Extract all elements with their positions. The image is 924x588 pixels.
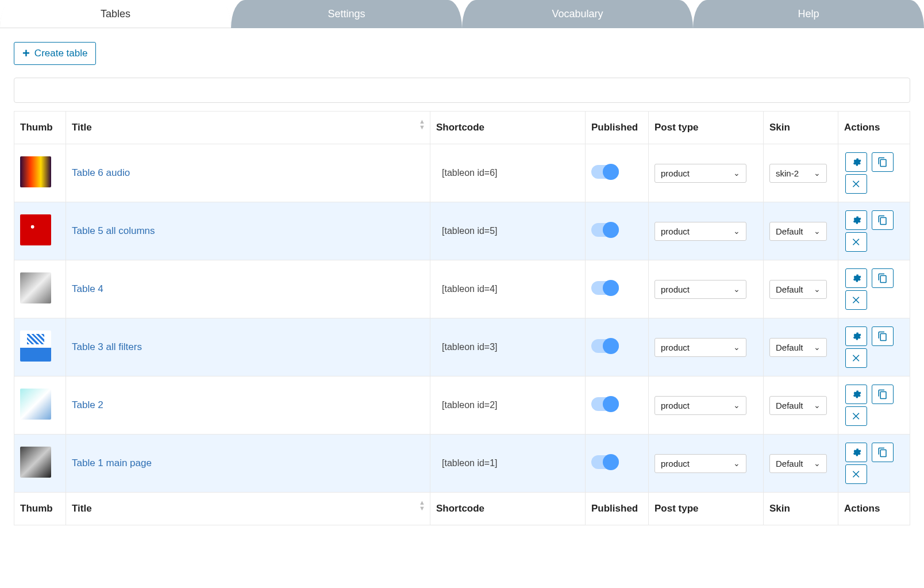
skin-select[interactable]: Default ⌄ xyxy=(769,222,827,241)
tab-tables[interactable]: Tables xyxy=(0,0,231,28)
copy-icon xyxy=(877,157,888,167)
col-post-type-foot[interactable]: Post type xyxy=(649,493,764,525)
published-toggle[interactable] xyxy=(591,165,619,179)
copy-icon xyxy=(877,389,888,399)
col-title[interactable]: Title ▲▼ xyxy=(66,112,430,144)
delete-button[interactable] xyxy=(845,464,867,484)
tab-bar: Tables Settings Vocabulary Help xyxy=(0,0,924,28)
skin-value: Default xyxy=(776,285,803,294)
gear-icon xyxy=(851,389,861,399)
published-toggle[interactable] xyxy=(591,455,619,469)
col-shortcode[interactable]: Shortcode xyxy=(430,112,586,144)
skin-select[interactable]: Default ⌄ xyxy=(769,338,827,357)
col-actions-foot[interactable]: Actions xyxy=(838,493,910,525)
thumbnail[interactable] xyxy=(20,214,51,245)
post-type-select[interactable]: product ⌄ xyxy=(654,280,746,299)
post-type-value: product xyxy=(661,459,690,468)
post-type-select[interactable]: product ⌄ xyxy=(654,454,746,473)
post-type-select[interactable]: product ⌄ xyxy=(654,338,746,357)
tab-help[interactable]: Help xyxy=(693,0,924,28)
tab-vocabulary[interactable]: Vocabulary xyxy=(462,0,693,28)
thumbnail[interactable] xyxy=(20,272,51,303)
settings-button[interactable] xyxy=(845,326,867,346)
settings-button[interactable] xyxy=(845,385,867,404)
table-header-row: Thumb Title ▲▼ Shortcode Published Post … xyxy=(14,112,910,144)
col-title-foot[interactable]: Title ▲▼ xyxy=(66,493,430,525)
col-thumb-foot[interactable]: Thumb xyxy=(14,493,66,525)
delete-button[interactable] xyxy=(845,232,867,252)
skin-value: Default xyxy=(776,226,803,236)
skin-select[interactable]: Default ⌄ xyxy=(769,396,827,415)
thumbnail[interactable] xyxy=(20,447,51,478)
title-link[interactable]: Table 1 main page xyxy=(72,458,152,468)
col-post-type[interactable]: Post type xyxy=(649,112,764,144)
thumbnail[interactable] xyxy=(20,156,51,187)
settings-button[interactable] xyxy=(845,443,867,462)
clone-button[interactable] xyxy=(872,210,894,230)
toggle-knob xyxy=(603,222,619,238)
delete-button[interactable] xyxy=(845,174,867,194)
clone-button[interactable] xyxy=(872,385,894,404)
col-skin-foot[interactable]: Skin xyxy=(764,493,838,525)
published-toggle[interactable] xyxy=(591,281,619,295)
gear-icon xyxy=(851,273,861,283)
post-type-select[interactable]: product ⌄ xyxy=(654,396,746,415)
delete-button[interactable] xyxy=(845,348,867,368)
shortcode-text[interactable]: [tableon id=6] xyxy=(430,144,586,202)
col-shortcode-foot[interactable]: Shortcode xyxy=(430,493,586,525)
shortcode-text[interactable]: [tableon id=1] xyxy=(430,435,586,493)
sort-icon: ▲▼ xyxy=(419,118,425,130)
published-toggle[interactable] xyxy=(591,339,619,353)
thumbnail[interactable] xyxy=(20,330,51,362)
settings-button[interactable] xyxy=(845,210,867,230)
delete-button[interactable] xyxy=(845,406,867,426)
published-toggle[interactable] xyxy=(591,397,619,411)
table-row: Table 6 audio [tableon id=6] product ⌄ s… xyxy=(14,144,910,202)
table-row: Table 2 [tableon id=2] product ⌄ Default… xyxy=(14,376,910,435)
create-table-label: Create table xyxy=(34,48,88,59)
clone-button[interactable] xyxy=(872,443,894,462)
clone-button[interactable] xyxy=(872,152,894,172)
skin-select[interactable]: Default ⌄ xyxy=(769,454,827,473)
copy-icon xyxy=(877,273,888,283)
chevron-down-icon: ⌄ xyxy=(814,168,821,178)
plus-icon: + xyxy=(22,47,30,60)
published-toggle[interactable] xyxy=(591,223,619,237)
post-type-select[interactable]: product ⌄ xyxy=(654,222,746,241)
gear-icon xyxy=(851,157,861,167)
tab-settings[interactable]: Settings xyxy=(231,0,462,28)
shortcode-text[interactable]: [tableon id=4] xyxy=(430,260,586,318)
title-link[interactable]: Table 2 xyxy=(72,399,103,410)
col-published[interactable]: Published xyxy=(586,112,649,144)
shortcode-text[interactable]: [tableon id=5] xyxy=(430,202,586,260)
skin-select[interactable]: Default ⌄ xyxy=(769,280,827,299)
post-type-select[interactable]: product ⌄ xyxy=(654,164,746,183)
delete-button[interactable] xyxy=(845,290,867,310)
col-thumb[interactable]: Thumb xyxy=(14,112,66,144)
settings-button[interactable] xyxy=(845,152,867,172)
toggle-knob xyxy=(603,454,619,470)
thumbnail[interactable] xyxy=(20,389,51,420)
post-type-value: product xyxy=(661,343,690,352)
create-table-button[interactable]: + Create table xyxy=(14,42,96,65)
title-link[interactable]: Table 4 xyxy=(72,283,103,294)
copy-icon xyxy=(877,447,888,458)
col-actions[interactable]: Actions xyxy=(838,112,910,144)
clone-button[interactable] xyxy=(872,268,894,288)
copy-icon xyxy=(877,331,888,341)
search-input[interactable] xyxy=(14,78,910,103)
shortcode-text[interactable]: [tableon id=3] xyxy=(430,318,586,376)
title-link[interactable]: Table 5 all columns xyxy=(72,225,155,236)
clone-button[interactable] xyxy=(872,326,894,346)
toggle-knob xyxy=(603,338,619,354)
title-link[interactable]: Table 3 all filters xyxy=(72,341,142,352)
shortcode-text[interactable]: [tableon id=2] xyxy=(430,376,586,435)
skin-value: Default xyxy=(776,459,803,468)
skin-select[interactable]: skin-2 ⌄ xyxy=(769,164,827,183)
col-skin[interactable]: Skin xyxy=(764,112,838,144)
col-published-foot[interactable]: Published xyxy=(586,493,649,525)
post-type-value: product xyxy=(661,226,690,236)
settings-button[interactable] xyxy=(845,268,867,288)
title-link[interactable]: Table 6 audio xyxy=(72,167,130,178)
table-row: Table 5 all columns [tableon id=5] produ… xyxy=(14,202,910,260)
